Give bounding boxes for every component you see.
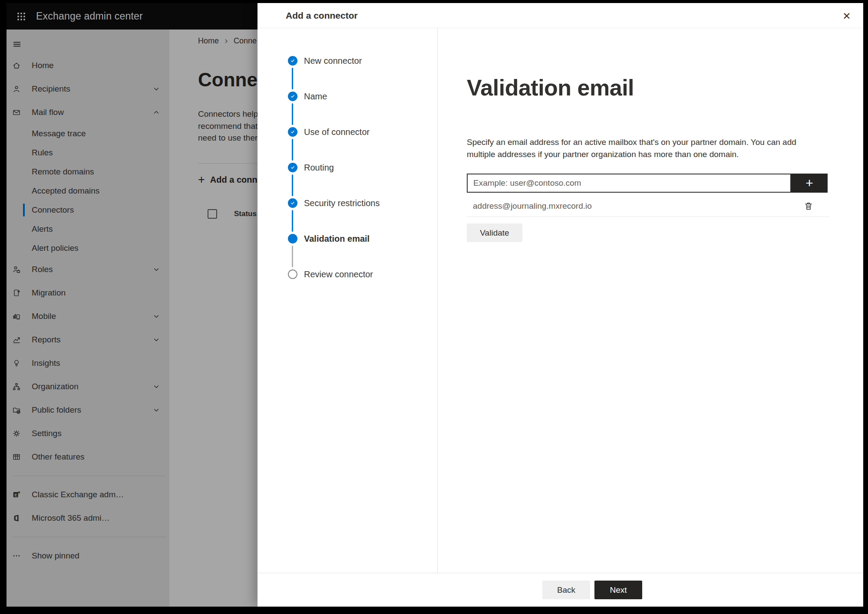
wizard-step-label: Name	[304, 92, 327, 101]
step-check-icon	[288, 92, 297, 101]
wizard-step-label: Security restrictions	[304, 198, 380, 208]
back-button[interactable]: Back	[542, 581, 590, 599]
step-connector-line	[292, 174, 293, 196]
wizard-step-label: Use of connector	[304, 127, 370, 137]
wizard-step-label: Routing	[304, 163, 334, 172]
next-button[interactable]: Next	[594, 581, 642, 599]
address-value: address@journaling.mxrecord.io	[473, 201, 800, 211]
modal-footer: Back Next	[257, 573, 863, 607]
description-line: multiple addresses if your partner organ…	[467, 150, 739, 159]
wizard-step-name: Name	[288, 92, 437, 127]
step-content-pane: Validation email Specify an email addres…	[438, 28, 863, 573]
step-connector-line	[292, 68, 293, 89]
add-connector-modal: Add a connector ✕ New connectorNameUse o…	[257, 3, 863, 607]
description-line: Specify an email address for an active m…	[467, 138, 796, 147]
wizard-step-use-of-connector: Use of connector	[288, 127, 437, 163]
wizard-step-label: Validation email	[304, 234, 370, 243]
step-heading: Validation email	[467, 75, 863, 101]
email-input[interactable]	[467, 174, 791, 193]
validate-button[interactable]: Validate	[467, 223, 522, 242]
modal-header: Add a connector ✕	[257, 3, 863, 28]
wizard-step-new-connector: New connector	[288, 56, 437, 92]
step-description: Specify an email address for an active m…	[467, 136, 863, 161]
wizard-step-validation-email: Validation email	[288, 234, 437, 269]
wizard-steps: New connectorNameUse of connectorRouting…	[257, 28, 438, 573]
step-connector-line	[292, 139, 293, 161]
address-row: address@journaling.mxrecord.io	[467, 195, 829, 217]
step-check-icon	[288, 56, 297, 66]
delete-address-button[interactable]	[800, 197, 817, 215]
wizard-step-label: New connector	[304, 56, 362, 66]
wizard-step-security-restrictions: Security restrictions	[288, 198, 437, 234]
step-check-icon	[288, 198, 297, 208]
wizard-step-review-connector: Review connector	[288, 269, 437, 305]
wizard-step-label: Review connector	[304, 269, 373, 279]
step-check-icon	[288, 127, 297, 137]
step-connector-line	[292, 246, 293, 267]
add-email-button[interactable]: +	[791, 174, 828, 193]
step-connector-line	[292, 210, 293, 232]
trash-icon	[803, 201, 814, 211]
step-current-dot	[288, 234, 297, 243]
step-connector-line	[292, 103, 293, 125]
step-todo-circle	[288, 269, 297, 279]
close-button[interactable]: ✕	[838, 7, 855, 25]
wizard-step-routing: Routing	[288, 163, 437, 198]
step-check-icon	[288, 163, 297, 172]
exchange-admin-app: Exchange admin center HomeRecipientsMail…	[7, 3, 863, 607]
close-icon: ✕	[842, 10, 851, 22]
modal-title: Add a connector	[286, 10, 358, 21]
email-entry-row: +	[467, 174, 828, 193]
